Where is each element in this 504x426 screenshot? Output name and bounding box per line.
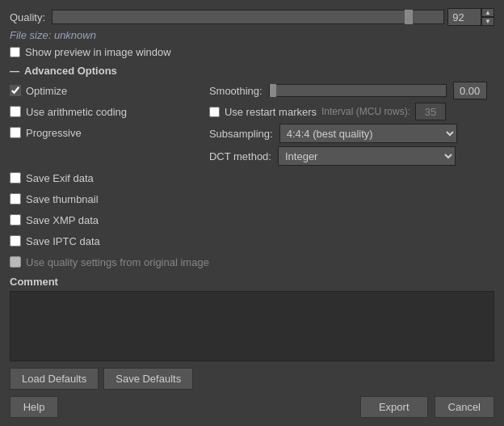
interval-label: Interval (MCU rows): xyxy=(321,106,410,117)
col-left: Optimize Use arithmetic coding Progressi… xyxy=(10,82,209,271)
subsampling-row: Subsampling: 4:4:4 (best quality) 4:2:2 … xyxy=(209,124,494,143)
quality-spinner-wrap: ▲ ▼ xyxy=(447,8,494,26)
optimize-label: Optimize xyxy=(26,85,67,97)
subsampling-label: Subsampling: xyxy=(209,128,273,140)
save-xmp-row: Save XMP data xyxy=(10,211,209,229)
arithmetic-checkbox[interactable] xyxy=(10,106,21,117)
quality-original-row: Use quality settings from original image xyxy=(10,253,209,271)
progressive-label: Progressive xyxy=(26,127,82,139)
quality-original-checkbox[interactable] xyxy=(10,256,21,268)
help-button[interactable]: Help xyxy=(10,396,58,418)
subsampling-select[interactable]: 4:4:4 (best quality) 4:2:2 4:2:0 4:1:1 xyxy=(279,124,457,143)
quality-spin-down[interactable]: ▼ xyxy=(481,17,494,26)
footer-buttons: Help Export Cancel xyxy=(10,396,494,418)
save-xmp-label: Save XMP data xyxy=(26,214,99,226)
save-iptc-row: Save IPTC data xyxy=(10,232,209,250)
restart-markers-checkbox[interactable] xyxy=(209,107,220,117)
export-button[interactable]: Export xyxy=(360,396,428,418)
bottom-buttons: Load Defaults Save Defaults xyxy=(10,368,494,390)
save-exif-checkbox[interactable] xyxy=(10,172,21,183)
preview-row: Show preview in image window xyxy=(10,46,494,58)
preview-label: Show preview in image window xyxy=(25,46,171,58)
save-exif-label: Save Exif data xyxy=(26,172,94,184)
preview-checkbox[interactable] xyxy=(10,47,20,57)
save-defaults-button[interactable]: Save Defaults xyxy=(103,368,193,390)
quality-spinner-buttons: ▲ ▼ xyxy=(481,8,494,26)
save-iptc-checkbox[interactable] xyxy=(10,235,21,247)
restart-markers-label: Use restart markers xyxy=(225,106,317,118)
optimize-checkbox[interactable] xyxy=(10,85,21,96)
comment-textarea[interactable] xyxy=(10,291,494,361)
load-defaults-button[interactable]: Load Defaults xyxy=(10,368,99,390)
dct-select[interactable]: Integer Fixed Float xyxy=(278,146,456,166)
arithmetic-row: Use arithmetic coding xyxy=(10,103,209,120)
file-size: File size: unknown xyxy=(10,29,494,41)
dct-label: DCT method: xyxy=(209,150,271,162)
col-right: Smoothing: Use restart markers Interval … xyxy=(209,82,494,271)
progressive-row: Progressive xyxy=(10,124,209,141)
comment-label: Comment xyxy=(10,276,494,288)
save-iptc-label: Save IPTC data xyxy=(26,235,100,247)
save-xmp-checkbox[interactable] xyxy=(10,214,21,226)
quality-spin-up[interactable]: ▲ xyxy=(481,8,494,17)
quality-slider[interactable] xyxy=(52,10,444,24)
advanced-options-header: — Advanced Options xyxy=(10,65,494,77)
quality-original-label: Use quality settings from original image xyxy=(26,256,209,268)
quality-row: Quality: ▲ ▼ xyxy=(10,8,494,26)
save-exif-row: Save Exif data xyxy=(10,169,209,187)
save-thumbnail-label: Save thumbnail xyxy=(26,193,99,205)
advanced-options-label: Advanced Options xyxy=(24,65,117,77)
save-thumbnail-row: Save thumbnail xyxy=(10,190,209,208)
smoothing-slider[interactable] xyxy=(269,84,447,97)
quality-input[interactable] xyxy=(447,8,481,26)
restart-markers-row: Use restart markers Interval (MCU rows): xyxy=(209,103,494,120)
quality-label: Quality: xyxy=(10,11,45,23)
advanced-content: Optimize Use arithmetic coding Progressi… xyxy=(10,82,494,271)
smoothing-value[interactable] xyxy=(453,82,487,99)
cancel-button[interactable]: Cancel xyxy=(435,396,494,418)
dialog: Quality: ▲ ▼ File size: unknown Show pre… xyxy=(0,0,504,426)
arithmetic-label: Use arithmetic coding xyxy=(26,106,127,118)
smoothing-label: Smoothing: xyxy=(209,85,262,97)
progressive-checkbox[interactable] xyxy=(10,127,21,138)
collapse-icon[interactable]: — xyxy=(10,65,19,77)
smoothing-row: Smoothing: xyxy=(209,82,494,99)
save-thumbnail-checkbox[interactable] xyxy=(10,193,21,205)
comment-section: Comment xyxy=(10,276,494,361)
dct-row: DCT method: Integer Fixed Float xyxy=(209,146,494,166)
optimize-row: Optimize xyxy=(10,82,209,99)
interval-input[interactable] xyxy=(415,103,446,120)
